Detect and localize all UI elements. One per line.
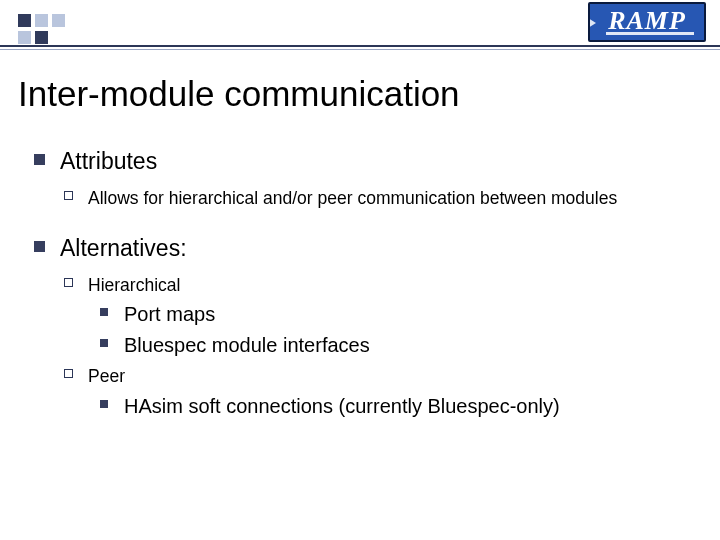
bullet-text: Port maps (124, 303, 215, 325)
bullet-text: Alternatives: (60, 235, 187, 261)
logo-underline (606, 32, 694, 35)
slide: RAMP Inter-module communication Attribut… (0, 0, 720, 540)
rule-line-thin (0, 49, 720, 50)
sub-bullet: Allows for hierarchical and/or peer comm… (62, 187, 692, 211)
subsub-bullet: Bluespec module interfaces (98, 332, 692, 359)
bullet-text: HAsim soft connections (currently Bluesp… (124, 395, 560, 417)
slide-title: Inter-module communication (18, 74, 460, 114)
bullet-attributes: Attributes (32, 146, 692, 177)
bullet-text: Peer (88, 366, 125, 386)
bullet-text: Hierarchical (88, 275, 180, 295)
subsub-bullet: HAsim soft connections (currently Bluesp… (98, 393, 692, 420)
bullet-text: Attributes (60, 148, 157, 174)
logo-arrow-icon (588, 14, 596, 32)
rule-line (0, 45, 720, 47)
sub-bullet-peer: Peer (62, 365, 692, 389)
corner-squares (18, 14, 65, 44)
sub-bullet-hierarchical: Hierarchical (62, 274, 692, 298)
ramp-logo: RAMP (588, 2, 706, 42)
bullet-text: Allows for hierarchical and/or peer comm… (88, 188, 617, 208)
subsub-bullet: Port maps (98, 301, 692, 328)
slide-body: Attributes Allows for hierarchical and/o… (32, 146, 692, 424)
bullet-alternatives: Alternatives: (32, 233, 692, 264)
bullet-text: Bluespec module interfaces (124, 334, 370, 356)
